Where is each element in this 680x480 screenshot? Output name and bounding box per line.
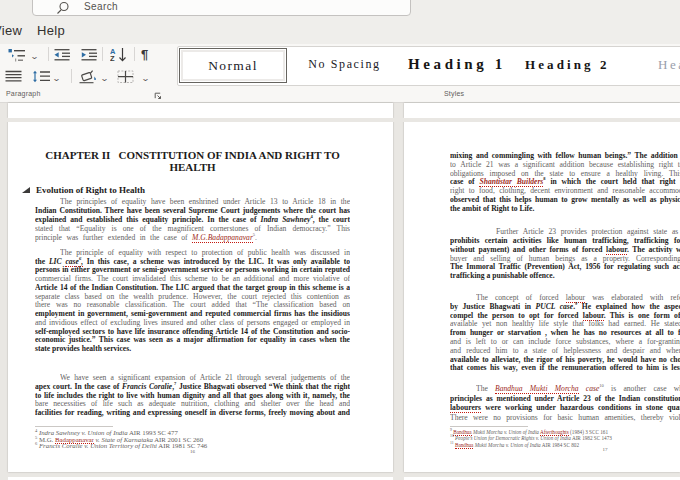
svg-text:Z: Z xyxy=(110,54,115,63)
